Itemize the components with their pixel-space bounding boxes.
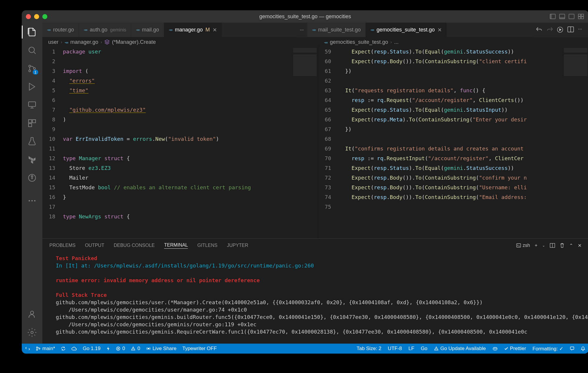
maximize-window-button[interactable] <box>42 14 47 19</box>
svg-point-32 <box>148 348 149 349</box>
statusbar: main*Go 1.1900Live ShareTypewriter OFF T… <box>22 344 588 354</box>
search-icon[interactable] <box>27 45 37 56</box>
run-debug-icon[interactable] <box>27 81 37 92</box>
toggle-panel-left-icon[interactable] <box>549 13 556 20</box>
statusbar-item[interactable]: Go Update Available <box>434 346 486 352</box>
svg-rect-4 <box>569 14 574 19</box>
go-file-icon: -∞ <box>136 28 139 32</box>
statusbar-item[interactable]: Prettier <box>504 346 526 352</box>
minimize-window-button[interactable] <box>34 14 39 19</box>
svg-rect-26 <box>517 244 521 247</box>
svg-rect-6 <box>581 14 584 16</box>
new-terminal-icon[interactable]: + <box>535 243 537 248</box>
modified-indicator: M <box>206 27 210 33</box>
breadcrumb-right[interactable]: -∞gemocities_suite_test.go›... <box>318 37 404 47</box>
svg-rect-7 <box>578 17 581 19</box>
tab-mail_suite_test-go[interactable]: -∞mail_suite_test.go <box>307 23 366 37</box>
split-terminal-icon[interactable] <box>550 243 555 248</box>
terminal-dropdown[interactable]: zsh <box>516 243 530 248</box>
panel-tab-problems[interactable]: PROBLEMS <box>49 243 76 248</box>
svg-point-34 <box>494 348 495 349</box>
svg-rect-16 <box>29 123 32 127</box>
tab-auth-go[interactable]: -∞auth.gogeminis <box>79 23 131 37</box>
minimap-right[interactable] <box>563 47 588 238</box>
statusbar-item[interactable]: LF <box>408 346 414 352</box>
tab-mail-go[interactable]: -∞mail.go <box>131 23 164 37</box>
window-title: gemocities_suite_test.go — gemocities <box>259 14 351 20</box>
tab-router-go[interactable]: -∞router.go <box>42 23 79 37</box>
editor-right[interactable]: 5960616263646566676869707172737475 Expec… <box>318 47 588 238</box>
close-panel-icon[interactable]: ✕ <box>578 243 582 248</box>
statusbar-item[interactable]: UTF-8 <box>388 346 402 352</box>
close-window-button[interactable] <box>26 14 31 19</box>
kill-terminal-icon[interactable] <box>560 243 564 248</box>
svg-point-28 <box>36 347 38 348</box>
activity-bar: 1 <box>22 23 42 344</box>
statusbar-item[interactable]: Formatting: ✓ <box>532 346 563 352</box>
explorer-icon[interactable] <box>27 27 37 37</box>
nav-forward-icon[interactable] <box>546 26 553 34</box>
terminal-output[interactable]: Test Panicked In [It] at: /Users/mplewis… <box>42 252 588 344</box>
statusbar-item[interactable] <box>581 346 585 351</box>
breadcrumb-left[interactable]: user›-∞manager.go›(*Manager).Create <box>42 37 318 47</box>
source-control-icon[interactable]: 1 <box>27 63 37 74</box>
terraform-icon[interactable] <box>27 154 37 165</box>
testing-icon[interactable] <box>27 136 37 147</box>
tabs-left-overflow[interactable]: ··· <box>296 23 307 37</box>
close-tab-icon[interactable]: ✕ <box>213 27 217 33</box>
statusbar-item[interactable] <box>492 346 498 351</box>
toggle-panel-right-icon[interactable] <box>568 13 575 20</box>
maximize-panel-icon[interactable]: ⌃ <box>569 243 573 248</box>
editor-actions: ··· <box>532 23 588 37</box>
svg-rect-8 <box>581 17 584 19</box>
svg-point-11 <box>29 70 31 72</box>
editor-left[interactable]: 123456789101112131415161718 package user… <box>42 47 318 238</box>
statusbar-item[interactable]: Go 1.19 <box>83 346 101 352</box>
statusbar-item[interactable]: main* <box>36 346 55 352</box>
go-file-icon: -∞ <box>84 28 87 32</box>
more-actions-icon[interactable]: ··· <box>578 26 585 34</box>
statusbar-item[interactable] <box>61 346 66 351</box>
statusbar-item[interactable]: Typewriter OFF <box>182 346 217 352</box>
layout-controls <box>549 13 584 20</box>
close-tab-icon[interactable]: ✕ <box>437 27 442 33</box>
run-tests-icon[interactable] <box>557 26 564 34</box>
minimap-left[interactable] <box>292 47 318 238</box>
extensions-icon[interactable] <box>27 118 37 128</box>
customize-layout-icon[interactable] <box>577 13 584 20</box>
titlebar: gemocities_suite_test.go — gemocities <box>22 10 588 23</box>
tab-manager-go[interactable]: -∞manager.goM✕ <box>164 23 222 37</box>
statusbar-item[interactable]: 0 <box>131 346 140 352</box>
svg-rect-15 <box>32 120 36 123</box>
overflow-icon[interactable] <box>27 195 37 206</box>
statusbar-item[interactable]: Go <box>421 346 427 352</box>
panel-tab-terminal[interactable]: TERMINAL <box>164 242 188 249</box>
toggle-panel-bottom-icon[interactable] <box>559 13 566 20</box>
panel-tab-output[interactable]: OUTPUT <box>85 243 104 248</box>
go-file-icon: -∞ <box>169 28 172 32</box>
statusbar-item[interactable] <box>570 346 574 351</box>
terminal-dropdown-chevron[interactable]: ⌄ <box>542 243 545 247</box>
accounts-icon[interactable] <box>27 309 37 320</box>
nav-back-icon[interactable] <box>536 26 543 34</box>
split-editor-icon[interactable] <box>567 26 574 34</box>
statusbar-item[interactable] <box>106 346 110 351</box>
panel-tab-jupyter[interactable]: JUPYTER <box>227 243 248 248</box>
statusbar-item[interactable] <box>71 347 77 351</box>
go-file-icon: -∞ <box>47 28 51 32</box>
tab-gemocities_suite_test-go[interactable]: -∞gemocities_suite_test.go✕ <box>366 23 447 37</box>
panel-tab-gitlens[interactable]: GITLENS <box>197 243 217 248</box>
settings-icon[interactable] <box>27 327 37 338</box>
statusbar-item[interactable] <box>25 346 30 351</box>
gitlens-icon[interactable] <box>27 173 37 183</box>
svg-point-23 <box>31 331 33 334</box>
svg-point-19 <box>29 200 30 202</box>
remote-explorer-icon[interactable] <box>27 100 37 110</box>
statusbar-item[interactable]: Tab Size: 2 <box>357 346 381 352</box>
statusbar-item[interactable]: Live Share <box>146 346 176 352</box>
panel-tab-debug-console[interactable]: DEBUG CONSOLE <box>114 243 155 248</box>
statusbar-item[interactable]: 0 <box>116 346 125 352</box>
go-file-icon: -∞ <box>312 28 315 32</box>
svg-point-20 <box>31 200 33 202</box>
bottom-panel: PROBLEMSOUTPUTDEBUG CONSOLETERMINALGITLE… <box>42 238 588 344</box>
